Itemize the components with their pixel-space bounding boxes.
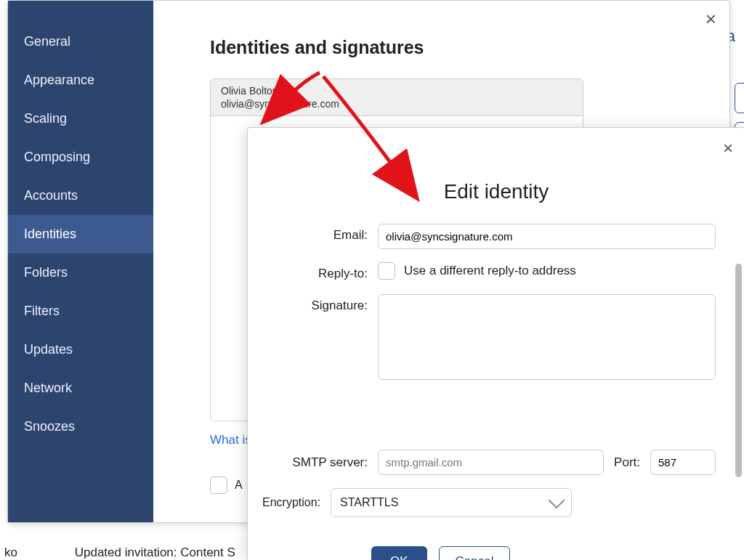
- sidebar-item-general[interactable]: General: [8, 23, 153, 61]
- sidebar-item-composing[interactable]: Composing: [8, 138, 153, 176]
- signature-field[interactable]: [378, 294, 716, 380]
- footer-left: ko: [4, 545, 17, 559]
- option-label: A: [235, 479, 243, 492]
- identity-row[interactable]: Olivia Bolton olivia@syncsignature.com: [211, 79, 583, 116]
- reply-to-text: Use a different reply-to address: [404, 264, 576, 278]
- identity-email: olivia@syncsignature.com: [221, 98, 573, 110]
- encryption-label: Encryption:: [262, 496, 320, 509]
- sidebar-item-network[interactable]: Network: [8, 369, 153, 407]
- page-title: Identities and signatures: [210, 37, 729, 58]
- sidebar-item-updates[interactable]: Updates: [8, 330, 153, 369]
- edit-identity-modal: × Edit identity Email: Reply-to: Use a d…: [247, 127, 744, 560]
- port-field[interactable]: [650, 450, 716, 475]
- identity-name: Olivia Bolton: [221, 85, 573, 97]
- email-label: Email:: [262, 224, 378, 249]
- reply-to-checkbox[interactable]: [378, 262, 395, 280]
- sidebar-item-scaling[interactable]: Scaling: [8, 100, 153, 138]
- what-is-link[interactable]: What is: [210, 433, 251, 447]
- chevron-down-icon: [549, 492, 565, 509]
- option-checkbox[interactable]: [210, 476, 227, 494]
- add-button[interactable]: Add: [735, 83, 744, 113]
- sidebar-item-identities[interactable]: Identities: [8, 215, 153, 253]
- encryption-select[interactable]: STARTTLS: [331, 488, 572, 517]
- smtp-label: SMTP server:: [262, 455, 368, 470]
- settings-sidebar: General Appearance Scaling Composing Acc…: [8, 1, 153, 522]
- sidebar-item-appearance[interactable]: Appearance: [8, 61, 153, 100]
- sidebar-item-snoozes[interactable]: Snoozes: [8, 407, 153, 446]
- sidebar-item-folders[interactable]: Folders: [8, 253, 153, 292]
- footer-row: ko Updated invitation: Content S: [0, 538, 744, 560]
- modal-title: Edit identity: [248, 180, 744, 203]
- signature-label: Signature:: [262, 294, 378, 383]
- scrollbar-thumb[interactable]: [735, 264, 742, 477]
- close-icon[interactable]: ×: [723, 138, 733, 158]
- port-label: Port:: [614, 455, 640, 470]
- sidebar-item-filters[interactable]: Filters: [8, 292, 153, 330]
- email-field[interactable]: [378, 224, 716, 249]
- encryption-value: STARTTLS: [340, 496, 398, 509]
- reply-to-label: Reply-to:: [262, 262, 378, 281]
- smtp-server-field[interactable]: [378, 450, 604, 475]
- sidebar-item-accounts[interactable]: Accounts: [8, 176, 153, 215]
- footer-right: Updated invitation: Content S: [75, 545, 235, 559]
